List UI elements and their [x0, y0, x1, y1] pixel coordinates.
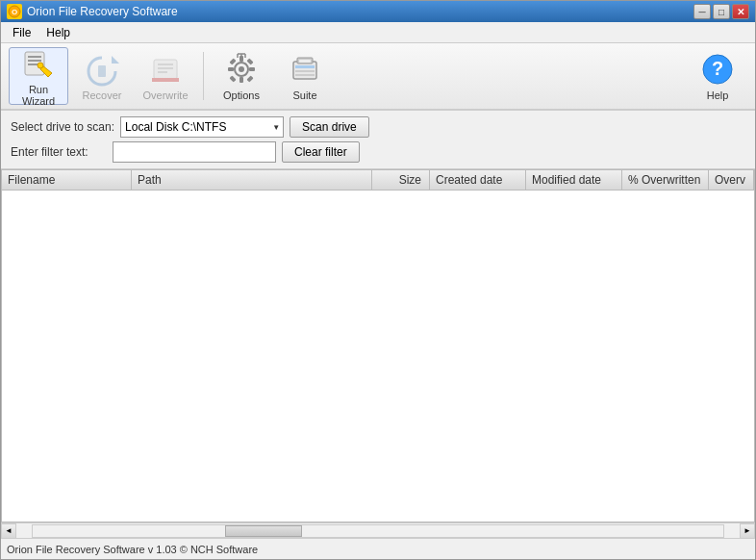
overwrite-label: Overwrite [142, 89, 188, 101]
menu-help[interactable]: Help [38, 24, 78, 41]
svg-rect-34 [295, 70, 315, 72]
svg-text:O: O [12, 8, 17, 16]
svg-rect-22 [229, 58, 236, 64]
overwrite-button: Overwrite [136, 47, 195, 105]
col-overwritten: % Overwritten [622, 170, 709, 190]
h-scrollbar-area: ◄ ► [1, 522, 755, 538]
col-created: Created date [430, 170, 526, 190]
title-bar: O Orion File Recovery Software ─ □ ✕ [1, 1, 755, 22]
filter-input[interactable] [113, 141, 276, 163]
svg-rect-5 [28, 64, 38, 65]
run-wizard-label: Run Wizard [13, 84, 63, 107]
options-button[interactable]: Options [212, 47, 271, 105]
run-wizard-icon [21, 46, 56, 81]
svg-rect-9 [98, 65, 106, 77]
svg-rect-12 [158, 67, 173, 69]
col-path: Path [132, 170, 372, 190]
recover-icon [85, 52, 119, 87]
svg-point-7 [38, 63, 43, 68]
help-button[interactable]: ? Help [688, 47, 747, 105]
scan-drive-button[interactable]: Scan drive [290, 116, 369, 138]
menu-file[interactable]: File [5, 24, 38, 41]
col-over2: Overv [709, 170, 754, 190]
drive-label: Select drive to scan: [11, 120, 114, 134]
filter-row: Enter filter text: Clear filter [11, 141, 745, 163]
h-scrollbar-track[interactable] [32, 524, 724, 538]
drive-row: Select drive to scan: Local Disk C:\NTFS… [11, 116, 745, 138]
run-wizard-button[interactable]: Run Wizard [9, 47, 68, 105]
title-bar-left: O Orion File Recovery Software [7, 4, 178, 19]
minimize-button[interactable]: ─ [693, 4, 711, 19]
controls-area: Select drive to scan: Local Disk C:\NTFS… [1, 111, 755, 169]
svg-rect-23 [246, 58, 253, 64]
app-icon: O [7, 4, 22, 19]
svg-rect-21 [249, 67, 255, 71]
col-filename: Filename [2, 170, 132, 190]
clear-filter-button[interactable]: Clear filter [282, 141, 360, 163]
svg-rect-33 [295, 65, 315, 68]
filter-label: Enter filter text: [11, 145, 107, 159]
svg-rect-13 [158, 71, 167, 73]
options-label: Options [223, 89, 260, 101]
window-controls: ─ □ ✕ [693, 4, 749, 19]
recover-button: Recover [72, 47, 132, 105]
overwrite-icon [148, 52, 183, 87]
h-scrollbar-thumb[interactable] [225, 525, 302, 537]
suite-label: Suite [292, 89, 316, 101]
toolbar: Run Wizard Recover [1, 43, 755, 111]
svg-rect-11 [158, 64, 173, 65]
col-modified: Modified date [526, 170, 622, 190]
svg-rect-24 [229, 75, 236, 82]
svg-rect-4 [28, 60, 41, 62]
close-button[interactable]: ✕ [732, 4, 749, 19]
svg-rect-3 [28, 56, 41, 58]
table-header: Filename Path Size Created date Modified… [2, 170, 754, 191]
svg-rect-35 [295, 74, 315, 76]
recover-label: Recover [83, 89, 122, 101]
table-area: Filename Path Size Created date Modified… [1, 169, 755, 522]
scroll-right-button[interactable]: ► [740, 523, 755, 539]
suite-icon [288, 52, 322, 87]
svg-marker-8 [112, 56, 119, 64]
drive-select-wrapper: Local Disk C:\NTFS [120, 116, 284, 138]
drive-select[interactable]: Local Disk C:\NTFS [120, 116, 284, 138]
table-body [2, 191, 754, 522]
help-label: Help [707, 89, 729, 101]
col-size: Size [372, 170, 430, 190]
svg-rect-19 [239, 77, 243, 83]
svg-text:?: ? [712, 58, 723, 79]
status-bar: Orion File Recovery Software v 1.03 © NC… [1, 538, 755, 559]
status-text: Orion File Recovery Software v 1.03 © NC… [7, 544, 258, 555]
svg-rect-25 [246, 75, 253, 82]
toolbar-separator-1 [203, 52, 204, 100]
options-icon [224, 52, 259, 87]
maximize-button[interactable]: □ [713, 4, 730, 19]
help-icon: ? [700, 52, 735, 87]
main-window: O Orion File Recovery Software ─ □ ✕ Fil… [0, 0, 756, 560]
svg-rect-20 [228, 67, 234, 71]
suite-button[interactable]: Suite [275, 47, 335, 105]
scroll-left-button[interactable]: ◄ [1, 523, 16, 539]
svg-point-17 [239, 66, 244, 72]
svg-rect-32 [299, 60, 311, 63]
menu-bar: File Help [1, 22, 755, 43]
window-title: Orion File Recovery Software [27, 5, 178, 18]
